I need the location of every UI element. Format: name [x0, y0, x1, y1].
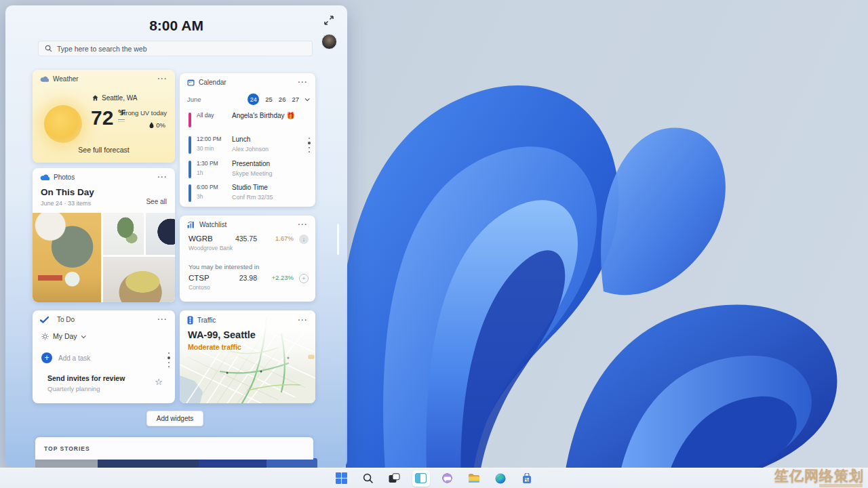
photo-thumbnail[interactable]: [146, 213, 175, 255]
watchlist-widget[interactable]: Watchlist ··· WGRB Woodgrove Bank 435.75…: [180, 216, 315, 302]
weather-menu-button[interactable]: ···: [158, 75, 168, 83]
photos-subtitle: June 24 · 33 items: [41, 200, 91, 207]
chat-icon: [441, 473, 453, 484]
weather-widget[interactable]: Weather ··· Seattle, WA 72 °F Strong UV …: [33, 70, 175, 163]
user-avatar[interactable]: [321, 34, 337, 49]
stock-name: Woodgrove Bank: [189, 245, 233, 251]
photo-thumbnail[interactable]: [103, 257, 175, 302]
microsoft-store-button[interactable]: [518, 470, 536, 487]
event-time: All day: [197, 112, 226, 119]
watermark: 笙亿网络策划: [774, 468, 864, 487]
task-subtitle: Quarterly planning: [47, 385, 100, 392]
event-color-bar: [189, 161, 191, 178]
chat-button[interactable]: [439, 470, 456, 487]
photos-heading: On This Day: [41, 187, 94, 197]
todo-title-text: To Do: [57, 316, 75, 323]
task-title[interactable]: Send invites for review: [47, 374, 125, 382]
calendar-expand-chevron-icon[interactable]: [305, 96, 310, 101]
photo-collage[interactable]: [33, 213, 175, 302]
add-task-placeholder: Add a task: [58, 354, 90, 362]
calendar-date-selected[interactable]: 24: [248, 94, 259, 105]
widgets-panel: 8:00 AM Type here to search the web Weat…: [5, 5, 347, 468]
widgets-button[interactable]: [412, 470, 430, 487]
droplet-icon: [149, 122, 154, 128]
event-time: 1:30 PM: [197, 160, 226, 167]
event-color-bar: [189, 113, 191, 127]
calendar-scroll-indicator[interactable]: [308, 138, 311, 152]
stock-change: +2.23%: [267, 274, 294, 281]
file-explorer-button[interactable]: [465, 470, 483, 487]
start-button[interactable]: [333, 470, 351, 487]
see-full-forecast-link[interactable]: See full forecast: [33, 146, 175, 154]
see-all-link[interactable]: See all: [146, 198, 167, 205]
event-duration: 3h: [197, 193, 226, 200]
calendar-date[interactable]: 27: [292, 96, 299, 103]
stock-row[interactable]: CTSP Contoso 23.98 +2.23% +: [189, 274, 309, 291]
event-duration: 30 min: [197, 145, 226, 152]
clock-time: 8:00 AM: [5, 18, 347, 34]
photo-thumbnail[interactable]: [103, 213, 144, 255]
photo-thumbnail[interactable]: [33, 213, 101, 302]
stock-change: 1.67%: [267, 235, 294, 242]
watchlist-menu-button[interactable]: ···: [298, 221, 309, 228]
edge-browser-button[interactable]: [492, 470, 509, 487]
stock-pinned-badge-icon[interactable]: ↓: [299, 235, 309, 244]
calendar-event[interactable]: 12:00 PM 30 min Lunch Alex Johnson: [189, 136, 309, 154]
sun-outline-icon: [41, 333, 49, 340]
add-task-plus-icon: +: [41, 352, 52, 363]
event-subtitle: Conf Rm 32/35: [232, 194, 273, 201]
weather-precipitation: 0%: [149, 121, 165, 129]
edge-icon: [495, 473, 506, 484]
watermark-subline: [819, 484, 863, 487]
calendar-menu-button[interactable]: ···: [298, 79, 309, 86]
stock-price: 435.75: [235, 235, 257, 243]
event-title: Lunch: [232, 136, 269, 143]
todo-scroll-indicator[interactable]: [167, 352, 170, 367]
watermark-text: 笙亿网络策划: [774, 468, 864, 483]
event-duration: 1h: [197, 169, 226, 176]
photos-cloud-icon: [40, 174, 50, 180]
expand-panel-icon[interactable]: [323, 14, 335, 26]
search-icon: [363, 473, 374, 484]
top-stories-label: TOP STORIES: [44, 445, 90, 452]
traffic-menu-button[interactable]: ···: [298, 317, 309, 324]
calendar-date[interactable]: 25: [265, 96, 273, 103]
sun-icon: [44, 105, 82, 143]
my-day-label: My Day: [53, 332, 77, 340]
photos-menu-button[interactable]: ···: [158, 174, 168, 181]
panel-scrollbar[interactable]: [337, 224, 339, 255]
event-subtitle: Alex Johnson: [232, 146, 269, 152]
add-widgets-button[interactable]: Add widgets: [146, 411, 203, 426]
add-widgets-label: Add widgets: [157, 415, 193, 422]
task-view-icon: [389, 473, 400, 483]
stock-name: Contoso: [189, 284, 210, 291]
calendar-event[interactable]: 1:30 PM 1h Presentation Skype Meeting: [189, 160, 309, 178]
todo-menu-button[interactable]: ···: [158, 316, 168, 323]
calendar-event[interactable]: All day Angela's Birthday 🎁: [189, 112, 309, 127]
my-day-selector[interactable]: My Day: [41, 332, 85, 340]
calendar-widget[interactable]: Calendar ··· June 24 25 26 27 All day An…: [180, 73, 315, 207]
search-input[interactable]: Type here to search the web: [38, 41, 313, 56]
photos-title: Photos: [54, 174, 75, 181]
search-icon: [45, 45, 52, 52]
stock-row[interactable]: WGRB Woodgrove Bank 435.75 1.67% ↓: [189, 235, 309, 251]
todo-widget[interactable]: To Do ··· My Day + Add a task Send invit…: [33, 310, 175, 403]
add-task-field[interactable]: + Add a task: [41, 352, 90, 363]
weather-cloud-icon: [40, 76, 49, 82]
event-color-bar: [189, 184, 191, 202]
traffic-widget[interactable]: Traffic ··· WA-99, Seattle Moderate traf…: [180, 310, 315, 403]
add-stock-button-icon[interactable]: +: [299, 274, 309, 283]
event-title: Presentation: [232, 160, 273, 167]
task-star-icon[interactable]: ☆: [155, 377, 163, 387]
event-title: Studio Time: [232, 184, 273, 191]
calendar-month: June: [187, 96, 201, 103]
calendar-date[interactable]: 26: [279, 96, 286, 103]
event-subtitle: Skype Meeting: [232, 170, 273, 177]
top-stories-section[interactable]: TOP STORIES: [35, 437, 313, 460]
search-placeholder: Type here to search the web: [57, 45, 147, 53]
calendar-event[interactable]: 6:00 PM 3h Studio Time Conf Rm 32/35: [189, 184, 309, 202]
taskbar-search-button[interactable]: [359, 470, 377, 487]
photos-widget[interactable]: Photos ··· On This Day June 24 · 33 item…: [33, 168, 175, 302]
traffic-title: Traffic: [197, 317, 216, 324]
task-view-button[interactable]: [386, 470, 403, 487]
